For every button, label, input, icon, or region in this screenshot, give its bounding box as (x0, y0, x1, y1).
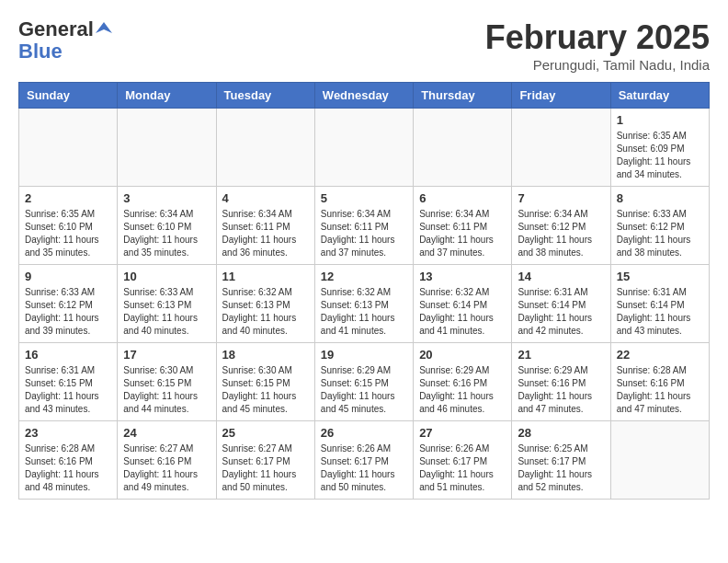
calendar-cell: 9Sunrise: 6:33 AM Sunset: 6:12 PM Daylig… (19, 265, 118, 343)
calendar-cell: 22Sunrise: 6:28 AM Sunset: 6:16 PM Dayli… (610, 343, 709, 421)
weekday-header-thursday: Thursday (414, 83, 512, 109)
day-number: 26 (321, 426, 407, 440)
calendar-week-1: 1Sunrise: 6:35 AM Sunset: 6:09 PM Daylig… (19, 109, 710, 187)
day-number: 9 (25, 270, 111, 283)
day-info: Sunrise: 6:34 AM Sunset: 6:11 PM Dayligh… (419, 208, 506, 259)
day-number: 19 (321, 348, 407, 362)
calendar-cell: 12Sunrise: 6:32 AM Sunset: 6:13 PM Dayli… (314, 265, 413, 343)
calendar-cell: 23Sunrise: 6:28 AM Sunset: 6:16 PM Dayli… (19, 421, 118, 500)
calendar-week-3: 9Sunrise: 6:33 AM Sunset: 6:12 PM Daylig… (19, 265, 710, 343)
calendar-week-2: 2Sunrise: 6:35 AM Sunset: 6:10 PM Daylig… (19, 187, 710, 265)
day-info: Sunrise: 6:29 AM Sunset: 6:16 PM Dayligh… (518, 364, 604, 416)
day-info: Sunrise: 6:31 AM Sunset: 6:15 PM Dayligh… (25, 364, 111, 416)
calendar-cell: 28Sunrise: 6:25 AM Sunset: 6:17 PM Dayli… (512, 421, 610, 500)
day-number: 14 (518, 270, 604, 283)
calendar-cell: 18Sunrise: 6:30 AM Sunset: 6:15 PM Dayli… (216, 343, 314, 421)
day-info: Sunrise: 6:29 AM Sunset: 6:16 PM Dayligh… (419, 364, 506, 416)
page-header: General Blue February 2025 Perungudi, Ta… (18, 18, 710, 73)
day-info: Sunrise: 6:30 AM Sunset: 6:15 PM Dayligh… (123, 364, 210, 416)
day-info: Sunrise: 6:33 AM Sunset: 6:12 PM Dayligh… (617, 208, 703, 259)
day-number: 17 (123, 348, 210, 362)
logo: General Blue (18, 18, 112, 63)
weekday-header-friday: Friday (512, 83, 610, 109)
calendar-cell: 19Sunrise: 6:29 AM Sunset: 6:15 PM Dayli… (314, 343, 413, 421)
day-info: Sunrise: 6:35 AM Sunset: 6:10 PM Dayligh… (25, 208, 111, 259)
calendar-cell (512, 109, 610, 187)
day-number: 12 (321, 270, 407, 283)
day-number: 15 (617, 270, 703, 283)
location-subtitle: Perungudi, Tamil Nadu, India (485, 57, 710, 73)
day-info: Sunrise: 6:33 AM Sunset: 6:12 PM Dayligh… (25, 286, 111, 338)
svg-marker-0 (96, 22, 112, 33)
calendar-cell: 11Sunrise: 6:32 AM Sunset: 6:13 PM Dayli… (216, 265, 314, 343)
weekday-header-wednesday: Wednesday (314, 83, 413, 109)
day-number: 2 (25, 191, 111, 205)
day-number: 18 (222, 348, 309, 362)
day-info: Sunrise: 6:33 AM Sunset: 6:13 PM Dayligh… (123, 286, 210, 338)
day-info: Sunrise: 6:25 AM Sunset: 6:17 PM Dayligh… (518, 442, 604, 494)
day-number: 24 (123, 426, 210, 440)
weekday-header-saturday: Saturday (610, 83, 709, 109)
day-info: Sunrise: 6:34 AM Sunset: 6:10 PM Dayligh… (123, 208, 210, 259)
calendar-cell: 27Sunrise: 6:26 AM Sunset: 6:17 PM Dayli… (414, 421, 512, 500)
day-info: Sunrise: 6:32 AM Sunset: 6:13 PM Dayligh… (321, 286, 407, 338)
day-number: 23 (25, 426, 111, 440)
day-number: 4 (222, 191, 309, 205)
calendar-cell (216, 109, 314, 187)
weekday-header-tuesday: Tuesday (216, 83, 314, 109)
title-area: February 2025 Perungudi, Tamil Nadu, Ind… (485, 18, 710, 73)
day-number: 22 (617, 348, 703, 362)
day-info: Sunrise: 6:28 AM Sunset: 6:16 PM Dayligh… (617, 364, 703, 416)
weekday-header-monday: Monday (118, 83, 216, 109)
calendar-cell: 20Sunrise: 6:29 AM Sunset: 6:16 PM Dayli… (414, 343, 512, 421)
day-info: Sunrise: 6:29 AM Sunset: 6:15 PM Dayligh… (321, 364, 407, 416)
calendar-cell: 25Sunrise: 6:27 AM Sunset: 6:17 PM Dayli… (216, 421, 314, 500)
day-info: Sunrise: 6:27 AM Sunset: 6:16 PM Dayligh… (123, 442, 210, 494)
weekday-header-sunday: Sunday (19, 83, 118, 109)
day-number: 7 (518, 191, 604, 205)
calendar-cell: 2Sunrise: 6:35 AM Sunset: 6:10 PM Daylig… (19, 187, 118, 265)
day-info: Sunrise: 6:34 AM Sunset: 6:12 PM Dayligh… (518, 208, 604, 259)
day-info: Sunrise: 6:26 AM Sunset: 6:17 PM Dayligh… (419, 442, 506, 494)
calendar-cell: 17Sunrise: 6:30 AM Sunset: 6:15 PM Dayli… (118, 343, 216, 421)
day-info: Sunrise: 6:32 AM Sunset: 6:14 PM Dayligh… (419, 286, 506, 338)
calendar-cell: 1Sunrise: 6:35 AM Sunset: 6:09 PM Daylig… (610, 109, 709, 187)
calendar-cell (314, 109, 413, 187)
calendar-cell (19, 109, 118, 187)
day-info: Sunrise: 6:34 AM Sunset: 6:11 PM Dayligh… (321, 208, 407, 259)
calendar-table: SundayMondayTuesdayWednesdayThursdayFrid… (18, 82, 710, 500)
calendar-cell: 21Sunrise: 6:29 AM Sunset: 6:16 PM Dayli… (512, 343, 610, 421)
day-number: 16 (25, 348, 111, 362)
calendar-cell (610, 421, 709, 500)
day-info: Sunrise: 6:27 AM Sunset: 6:17 PM Dayligh… (222, 442, 309, 494)
calendar-week-5: 23Sunrise: 6:28 AM Sunset: 6:16 PM Dayli… (19, 421, 710, 500)
calendar-cell: 14Sunrise: 6:31 AM Sunset: 6:14 PM Dayli… (512, 265, 610, 343)
day-info: Sunrise: 6:31 AM Sunset: 6:14 PM Dayligh… (518, 286, 604, 338)
day-number: 3 (123, 191, 210, 205)
calendar-cell: 4Sunrise: 6:34 AM Sunset: 6:11 PM Daylig… (216, 187, 314, 265)
calendar-cell: 24Sunrise: 6:27 AM Sunset: 6:16 PM Dayli… (118, 421, 216, 500)
calendar-cell: 13Sunrise: 6:32 AM Sunset: 6:14 PM Dayli… (414, 265, 512, 343)
day-number: 13 (419, 270, 506, 283)
day-number: 10 (123, 270, 210, 283)
calendar-cell: 6Sunrise: 6:34 AM Sunset: 6:11 PM Daylig… (414, 187, 512, 265)
logo-blue-text: Blue (18, 40, 112, 63)
calendar-cell: 8Sunrise: 6:33 AM Sunset: 6:12 PM Daylig… (610, 187, 709, 265)
logo-bird-icon (96, 20, 112, 37)
calendar-cell: 16Sunrise: 6:31 AM Sunset: 6:15 PM Dayli… (19, 343, 118, 421)
day-number: 27 (419, 426, 506, 440)
day-info: Sunrise: 6:30 AM Sunset: 6:15 PM Dayligh… (222, 364, 309, 416)
day-info: Sunrise: 6:34 AM Sunset: 6:11 PM Dayligh… (222, 208, 309, 259)
day-info: Sunrise: 6:28 AM Sunset: 6:16 PM Dayligh… (25, 442, 111, 494)
calendar-cell: 7Sunrise: 6:34 AM Sunset: 6:12 PM Daylig… (512, 187, 610, 265)
calendar-cell: 5Sunrise: 6:34 AM Sunset: 6:11 PM Daylig… (314, 187, 413, 265)
month-title: February 2025 (485, 18, 710, 57)
day-info: Sunrise: 6:31 AM Sunset: 6:14 PM Dayligh… (617, 286, 703, 338)
calendar-cell (414, 109, 512, 187)
logo-general-text: General (18, 18, 94, 40)
day-number: 5 (321, 191, 407, 205)
calendar-cell: 15Sunrise: 6:31 AM Sunset: 6:14 PM Dayli… (610, 265, 709, 343)
day-number: 21 (518, 348, 604, 362)
calendar-week-4: 16Sunrise: 6:31 AM Sunset: 6:15 PM Dayli… (19, 343, 710, 421)
day-number: 1 (617, 113, 703, 127)
